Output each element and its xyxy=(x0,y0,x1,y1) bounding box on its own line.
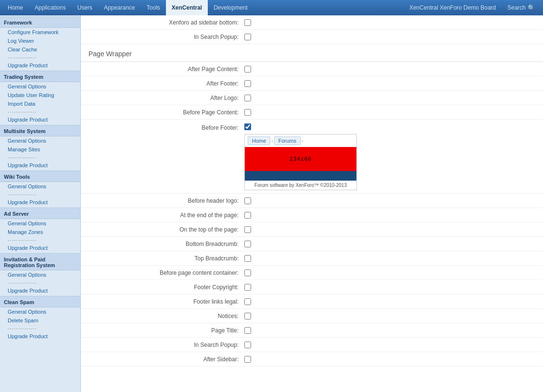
checkbox-footer-links-legal[interactable] xyxy=(244,298,251,305)
label-page-title: Page Title: xyxy=(81,327,244,334)
sidebar-item-general-options-wiki[interactable]: General Options xyxy=(0,182,80,191)
site-name: XenCentral XenForo Demo Board xyxy=(404,4,502,11)
row-notices: Notices: xyxy=(81,309,543,323)
preview-nav: Home › Forums › xyxy=(245,135,356,147)
control-xenforo-ad-sidebar-bottom xyxy=(244,19,535,26)
checkbox-before-page-content[interactable] xyxy=(244,109,251,116)
preview-footer-bar xyxy=(245,171,356,181)
checkbox-before-header-logo[interactable] xyxy=(244,197,251,204)
sidebar-item-update-user-rating[interactable]: Update User Rating xyxy=(0,91,80,99)
row-in-search-popup-1: In Search Popup: xyxy=(81,30,543,44)
sidebar-item-general-options-multisite[interactable]: General Options xyxy=(0,136,80,145)
label-before-page-content-container: Before page content container: xyxy=(81,270,244,276)
sidebar-item-clear-cache[interactable]: Clear Cache xyxy=(0,45,80,54)
row-page-title: Page Title: xyxy=(81,323,543,338)
checkbox-on-top-of-page[interactable] xyxy=(244,226,251,233)
sidebar-item-general-options-invitation[interactable]: General Options xyxy=(0,270,80,279)
sidebar-section-adserver: Ad Server xyxy=(0,208,80,219)
checkbox-at-end-of-page[interactable] xyxy=(244,212,251,219)
sidebar-section-invitation: Invitation & PaidRegistration System xyxy=(0,253,80,270)
label-after-page-content: After Page Content: xyxy=(81,66,244,73)
sidebar-sep-1: -------------- xyxy=(0,54,80,61)
sidebar-item-upgrade-product-invitation[interactable]: Upgrade Product xyxy=(0,286,80,295)
label-in-search-popup-1: In Search Popup: xyxy=(81,34,244,40)
control-in-search-popup-1 xyxy=(244,34,535,40)
sidebar-item-manage-zones[interactable]: Manage Zones xyxy=(0,228,80,236)
label-before-header-logo: Before header logo: xyxy=(81,197,244,204)
nav-applications[interactable]: Applications xyxy=(29,0,72,15)
control-at-end-of-page xyxy=(244,212,535,219)
sidebar-item-upgrade-product-trading[interactable]: Upgrade Product xyxy=(0,115,80,124)
checkbox-after-footer[interactable] xyxy=(244,80,251,87)
sidebar-item-general-options-cleanspam[interactable]: General Options xyxy=(0,307,80,316)
control-in-search-popup-2 xyxy=(244,342,535,348)
label-xenforo-ad-sidebar-bottom: Xenforo ad sidebar bottom: xyxy=(81,19,244,26)
preview-ad-banner: 234x60 xyxy=(245,147,356,171)
sidebar-item-import-data[interactable]: Import Data xyxy=(0,99,80,108)
sidebar-item-upgrade-product-cleanspam[interactable]: Upgrade Product xyxy=(0,332,80,341)
preview-nav-arrow: › xyxy=(271,138,273,144)
sidebar: Framework Configure Framework Log Viewer… xyxy=(0,15,81,392)
label-at-end-of-page: At the end of the page: xyxy=(81,212,244,219)
sidebar-sep-5: -------------- xyxy=(0,236,80,244)
sidebar-item-general-options-adserver[interactable]: General Options xyxy=(0,219,80,228)
sidebar-item-log-viewer[interactable]: Log Viewer xyxy=(0,37,80,45)
sidebar-item-manage-sites[interactable]: Manage Sites xyxy=(0,145,80,154)
label-footer-copyright: Footer Copyright: xyxy=(81,284,244,291)
control-before-page-content-container xyxy=(244,270,535,276)
row-after-footer: After Footer: xyxy=(81,76,543,91)
nav-home[interactable]: Home xyxy=(2,0,29,15)
checkbox-in-search-popup-1[interactable] xyxy=(244,34,251,40)
checkbox-after-logo[interactable] xyxy=(244,95,251,101)
nav-appearance[interactable]: Appearance xyxy=(98,0,141,15)
control-page-title xyxy=(244,327,535,334)
label-in-search-popup-2: In Search Popup: xyxy=(81,342,244,348)
checkbox-after-sidebar[interactable] xyxy=(244,356,251,363)
control-top-breadcrumb xyxy=(244,255,535,262)
row-after-page-content: After Page Content: xyxy=(81,62,543,76)
label-before-page-content: Before Page Content: xyxy=(81,109,244,116)
label-top-breadcrumb: Top Breadcrumb: xyxy=(81,255,244,262)
checkbox-xenforo-ad-sidebar-bottom[interactable] xyxy=(244,19,251,26)
checkbox-bottom-breadcrumb[interactable] xyxy=(244,241,251,247)
row-footer-links-legal: Footer links legal: xyxy=(81,294,543,309)
search-label: Search xyxy=(507,4,526,11)
sidebar-item-upgrade-product-multisite[interactable]: Upgrade Product xyxy=(0,161,80,170)
checkbox-before-page-content-container[interactable] xyxy=(244,270,251,276)
search-link[interactable]: Search 🔍 xyxy=(502,4,541,12)
checkbox-after-page-content[interactable] xyxy=(244,66,251,73)
sidebar-item-upgrade-product-framework[interactable]: Upgrade Product xyxy=(0,61,80,70)
row-before-page-content: Before Page Content: xyxy=(81,105,543,120)
label-footer-links-legal: Footer links legal: xyxy=(81,298,244,305)
row-after-sidebar: After Sidebar: xyxy=(81,352,543,367)
label-after-footer: After Footer: xyxy=(81,80,244,87)
search-icon: 🔍 xyxy=(528,4,535,12)
checkbox-top-breadcrumb[interactable] xyxy=(244,255,251,262)
control-after-footer xyxy=(244,80,535,87)
row-on-top-of-page: On the top of the page: xyxy=(81,222,543,237)
preview-nav-arrow2: › xyxy=(302,138,303,144)
top-nav: Home Applications Users Appearance Tools… xyxy=(0,0,543,15)
sidebar-item-upgrade-product-adserver[interactable]: Upgrade Product xyxy=(0,244,80,252)
control-notices xyxy=(244,313,535,319)
control-bottom-breadcrumb xyxy=(244,241,535,247)
sidebar-item-delete-spam[interactable]: Delete Spam xyxy=(0,316,80,325)
nav-users[interactable]: Users xyxy=(72,0,98,15)
checkbox-page-title[interactable] xyxy=(244,327,251,334)
label-bottom-breadcrumb: Bottom Breadcrumb: xyxy=(81,241,244,247)
nav-development[interactable]: Development xyxy=(208,0,253,15)
sidebar-section-multisite: Multisite System xyxy=(0,125,80,136)
checkbox-notices[interactable] xyxy=(244,313,251,319)
checkbox-footer-copyright[interactable] xyxy=(244,284,251,291)
sidebar-section-wiki: Wiki Tools xyxy=(0,171,80,182)
label-before-footer: Before Footer: xyxy=(81,123,244,131)
sidebar-item-configure-framework[interactable]: Configure Framework xyxy=(0,28,80,37)
control-before-page-content xyxy=(244,109,535,116)
nav-xencentral[interactable]: XenCentral xyxy=(166,0,208,15)
row-bottom-breadcrumb: Bottom Breadcrumb: xyxy=(81,237,543,251)
sidebar-item-upgrade-product-wiki[interactable]: Upgrade Product xyxy=(0,198,80,207)
sidebar-item-general-options-trading[interactable]: General Options xyxy=(0,82,80,91)
checkbox-before-footer[interactable] xyxy=(244,123,251,130)
checkbox-in-search-popup-2[interactable] xyxy=(244,342,251,348)
nav-tools[interactable]: Tools xyxy=(141,0,166,15)
